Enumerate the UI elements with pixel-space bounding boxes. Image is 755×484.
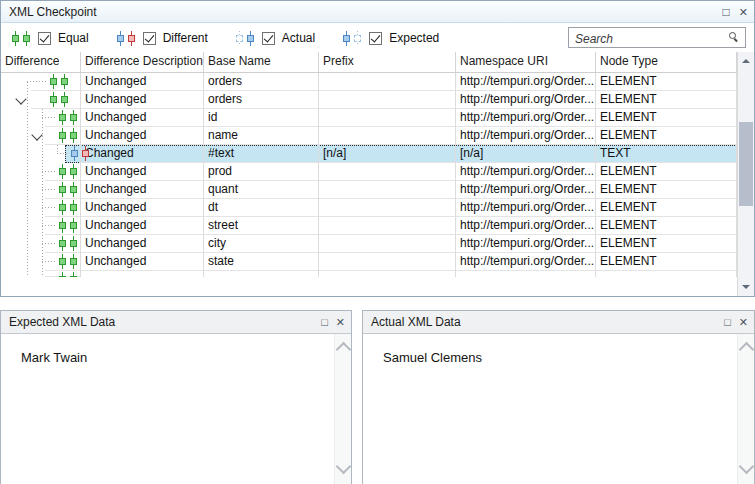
cell-namespace-uri: http://tempuri.org/Order... [456,127,596,145]
different-pair-icon [116,31,136,46]
column-header-difference-description[interactable]: Difference Description [81,52,204,72]
cell-node-type: ELEMENT [596,127,737,145]
cell-base-name: dt [204,199,319,217]
expected-panel-header: Expected XML Data □ ✕ [1,311,351,334]
equal-checkbox[interactable] [38,32,51,45]
actual-checkbox[interactable] [262,32,275,45]
table-row[interactable]: Unchanged orders http://tempuri.org/Orde… [1,91,737,109]
column-header-node-type[interactable]: Node Type [596,52,737,72]
cell-prefix [319,73,456,91]
table-row[interactable]: Unchanged prod http://tempuri.org/Order.… [1,163,737,181]
cell-prefix [319,199,456,217]
filter-different: Different [116,31,208,46]
filter-expected: Expected [342,31,439,46]
cell-prefix [319,217,456,235]
cell-prefix [319,91,456,109]
expected-pair-icon [342,31,362,46]
cell-description: Unchanged [81,73,204,91]
scroll-down-icon[interactable] [739,459,755,475]
search-icon[interactable] [729,32,740,43]
cell-namespace-uri: http://tempuri.org/Order... [456,163,596,181]
cell-prefix [319,163,456,181]
tree-cell [1,73,81,91]
search-box [568,27,746,48]
cell-base-name: state [204,253,319,271]
different-checkbox[interactable] [143,32,156,45]
expected-xml-content[interactable]: Mark Twain [1,334,351,484]
grid-vertical-scrollbar[interactable] [737,52,754,296]
close-icon[interactable]: ✕ [739,317,748,328]
scrollbar-thumb[interactable] [739,122,753,206]
cell-base-name: id [204,109,319,127]
expand-chevron-icon[interactable] [31,129,42,140]
expected-checkbox[interactable] [369,32,382,45]
actual-xml-content[interactable]: Samuel Clemens [363,334,754,484]
cell-namespace-uri: http://tempuri.org/Order... [456,73,596,91]
cell-namespace-uri: http://tempuri.org/Order... [456,253,596,271]
table-row[interactable]: Unchanged quant http://tempuri.org/Order… [1,181,737,199]
cell-description: Unchanged [81,253,204,271]
cell-namespace-uri: [n/a] [456,145,596,163]
column-header-prefix[interactable]: Prefix [319,52,456,72]
filter-toolbar: Equal Different Actual Expected [1,23,754,54]
cell-base-name: quant [204,181,319,199]
table-row-clipped[interactable] [1,271,737,277]
scroll-down-icon[interactable] [742,285,750,289]
tree-cell [1,181,81,199]
cell-description: Unchanged [81,199,204,217]
filter-label: Expected [389,31,439,45]
table-row[interactable]: Unchanged id http://tempuri.org/Order...… [1,109,737,127]
cell-prefix [319,109,456,127]
tree-cell [1,145,81,163]
column-header-difference[interactable]: Difference [1,52,81,72]
cell-description: Unchanged [81,127,204,145]
difference-grid: Difference Difference Description Base N… [1,52,737,296]
scroll-up-icon[interactable] [742,59,750,63]
cell-node-type: ELEMENT [596,181,737,199]
cell-description: Unchanged [81,163,204,181]
title-bar: XML Checkpoint □ ✕ [1,1,754,23]
close-icon[interactable]: ✕ [739,6,748,18]
filter-label: Actual [282,31,315,45]
search-input[interactable] [573,29,727,48]
expected-value: Mark Twain [21,350,87,365]
cell-description: Unchanged [81,91,204,109]
filter-label: Equal [58,31,89,45]
tree-cell [1,91,81,109]
actual-scrollbar[interactable] [737,334,754,484]
table-row[interactable]: Unchanged name http://tempuri.org/Order.… [1,127,737,145]
table-row[interactable]: Unchanged orders http://tempuri.org/Orde… [1,73,737,91]
close-icon[interactable]: ✕ [336,317,345,328]
cell-node-type: ELEMENT [596,199,737,217]
panel-title: Expected XML Data [1,315,115,329]
cell-base-name: name [204,127,319,145]
equal-pair-icon [11,31,31,46]
table-row[interactable]: Unchanged street http://tempuri.org/Orde… [1,217,737,235]
table-row-selected[interactable]: Changed #text [n/a] [n/a] TEXT [1,145,737,163]
expected-scrollbar[interactable] [334,334,351,484]
panel-title: Actual XML Data [363,315,461,329]
actual-xml-data-panel: Actual XML Data □ ✕ Samuel Clemens [362,310,755,484]
float-icon[interactable]: □ [723,6,730,18]
cell-node-type: ELEMENT [596,163,737,181]
cell-base-name: prod [204,163,319,181]
table-row[interactable]: Unchanged state http://tempuri.org/Order… [1,253,737,271]
tree-cell [1,127,81,145]
float-icon[interactable]: □ [321,317,328,328]
column-header-namespace-uri[interactable]: Namespace URI [456,52,596,72]
cell-node-type: ELEMENT [596,235,737,253]
cell-description: Unchanged [81,181,204,199]
expand-chevron-icon[interactable] [15,93,26,104]
scroll-down-icon[interactable] [336,459,352,475]
scroll-up-icon[interactable] [336,342,352,358]
scroll-up-icon[interactable] [739,342,755,358]
filter-label: Different [163,31,208,45]
grid-header: Difference Difference Description Base N… [1,52,737,73]
table-row[interactable]: Unchanged dt http://tempuri.org/Order...… [1,199,737,217]
tree-cell [1,235,81,253]
float-icon[interactable]: □ [724,317,731,328]
xml-checkpoint-panel: XML Checkpoint □ ✕ Equal Different Actua… [0,0,755,297]
table-row[interactable]: Unchanged city http://tempuri.org/Order.… [1,235,737,253]
filter-actual: Actual [235,31,315,46]
column-header-base-name[interactable]: Base Name [204,52,319,72]
